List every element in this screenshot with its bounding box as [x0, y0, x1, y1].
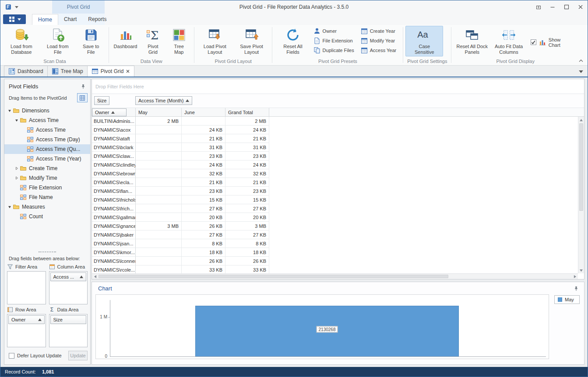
data-field-button[interactable]: Size [94, 96, 109, 105]
table-row[interactable]: DYNAMICS\jbaker27 KB27 KB [92, 230, 584, 239]
legend-item-may[interactable]: May [554, 295, 580, 304]
field-chip-owner[interactable]: Owner [8, 315, 45, 324]
scroll-right-button[interactable] [572, 274, 578, 279]
vertical-scrollbar[interactable] [578, 117, 584, 273]
table-row[interactable]: DYNAMICS\claw...23 KB23 KB [92, 152, 584, 161]
horizontal-scroll-thumb[interactable] [99, 275, 448, 278]
modify-year-button[interactable]: Modify Year [359, 36, 400, 45]
ribbon-group-scan-data: Load from DatabaseLoad from FileSave to … [2, 26, 107, 65]
scroll-down-button[interactable] [578, 267, 584, 273]
tree-item-access-time-year[interactable]: Access Time (Year) [4, 154, 90, 164]
data-area-box[interactable]: Size [49, 314, 88, 347]
collapse-icon[interactable] [6, 205, 13, 209]
table-row[interactable]: DYNAMICS\fnichols15 KB15 KB [92, 195, 584, 204]
load-pivot-layout-button[interactable]: Load Pivot Layout [197, 26, 233, 56]
table-row[interactable]: DYNAMICS\ataft21 KB21 KB [92, 134, 584, 143]
table-row[interactable]: DYNAMICS\kmor...18 KB18 KB [92, 248, 584, 257]
pin-icon[interactable] [81, 84, 86, 89]
tree-map-button[interactable]: Tree Map [166, 26, 192, 56]
access-year-button[interactable]: Access Year [359, 45, 400, 55]
column-area-box[interactable]: Access ... [49, 271, 88, 304]
save-pivot-layout-button[interactable]: Save Pivot Layout [233, 26, 270, 56]
table-row[interactable]: DYNAMICS\bclark31 KB31 KB [92, 143, 584, 152]
file-extension-button[interactable]: File Extension [312, 36, 358, 45]
collapse-icon[interactable] [13, 119, 20, 122]
field-icon [20, 194, 27, 201]
row-area-box[interactable]: Owner [7, 314, 46, 347]
collapse-icon[interactable] [6, 109, 13, 112]
chart-pin-icon[interactable] [574, 286, 579, 291]
filter-drop-area[interactable]: Drop Filter Fields Here [92, 79, 584, 94]
doc-tab-pivot-grid[interactable]: Pivot Grid [87, 66, 135, 77]
reset-all-dock-panels-button[interactable]: Reset All Dock Panels [454, 26, 490, 56]
column-header-june[interactable]: June [182, 108, 225, 116]
table-row[interactable]: DYNAMICS\frich...27 KB27 KB [92, 204, 584, 213]
column-header-may[interactable]: May [136, 108, 182, 116]
tree-item-dimensions[interactable]: Dimensions [4, 106, 90, 115]
close-button[interactable] [574, 0, 588, 14]
maximize-button[interactable] [560, 0, 574, 14]
save-to-file-button[interactable]: Save to File [76, 26, 106, 56]
reset-all-fields-button[interactable]: Reset All Fields [275, 26, 311, 56]
tree-item-access-time-qu[interactable]: Access Time (Qu... [4, 144, 90, 154]
table-row[interactable]: DYNAMICS\gallman20 KB20 KB [92, 213, 584, 222]
tree-item-create-time[interactable]: Create Time [4, 164, 90, 173]
tab-list-dropdown-icon[interactable] [579, 70, 583, 73]
qat-dropdown-icon[interactable] [15, 6, 18, 8]
tree-item-access-time-day[interactable]: Access Time (Day) [4, 135, 90, 144]
vertical-scroll-thumb[interactable] [579, 123, 583, 211]
dashboard-button[interactable]: Dashboard [111, 26, 140, 51]
load-from-database-button[interactable]: Load from Database [3, 26, 40, 56]
row-field-button[interactable]: Owner [92, 108, 127, 116]
scroll-up-button[interactable] [578, 117, 584, 123]
tree-item-file-extension[interactable]: File Extension [4, 183, 90, 192]
tab-chart[interactable]: Chart [58, 14, 82, 25]
pivot-grid-button[interactable]: ΣPivot Grid [140, 26, 166, 56]
table-row[interactable]: DYNAMICS\clindley24 KB24 KB [92, 161, 584, 169]
defer-layout-update-checkbox[interactable]: Defer Layout Update [9, 353, 62, 359]
collapse-ribbon-button[interactable] [579, 59, 583, 62]
column-field-button[interactable]: Access Time (Month) [135, 96, 192, 105]
tab-home[interactable]: Home [32, 14, 58, 25]
duplicate-files-button[interactable]: Duplicate Files [312, 45, 358, 55]
table-row[interactable]: DYNAMICS\gnance3 MB26 KB3 MB [92, 222, 584, 230]
field-chip-access[interactable]: Access ... [50, 272, 87, 281]
tree-item-file-name[interactable]: File Name [4, 192, 90, 202]
doc-tab-dashboard[interactable]: Dashboard [4, 66, 48, 77]
create-year-button[interactable]: Create Year [359, 26, 400, 36]
doc-tab-tree-map[interactable]: Tree Map [47, 66, 88, 77]
expand-icon[interactable] [13, 167, 20, 170]
expand-window-button[interactable] [532, 0, 546, 14]
table-row[interactable]: DYNAMICS\acox24 KB24 KB [92, 126, 584, 134]
show-chart-toggle[interactable]: Show Chart [527, 27, 577, 58]
table-row[interactable]: DYNAMICS\rcole...33 KB33 KB [92, 265, 584, 274]
field-chip-size[interactable]: Size [50, 315, 87, 324]
scroll-left-button[interactable] [92, 274, 98, 279]
bar-may[interactable]: 2130268 [195, 306, 459, 356]
table-row[interactable]: DYNAMICS\flan...23 KB23 KB [92, 187, 584, 195]
filter-area-box[interactable] [7, 271, 46, 304]
tree-item-measures[interactable]: Measures [4, 202, 90, 212]
table-row[interactable]: DYNAMICS\lconner26 KB26 KB [92, 257, 584, 265]
tree-item-count[interactable]: Count [4, 212, 90, 221]
case-sensitive-button[interactable]: AaCase Sensitive [405, 26, 443, 56]
table-row[interactable]: DYNAMICS\ecla...21 KB21 KB [92, 178, 584, 187]
pivotgrid-target-button[interactable] [77, 93, 88, 102]
auto-fit-data-columns-button[interactable]: Auto Fit Data Columns [490, 26, 527, 56]
tree-item-access-time[interactable]: Access Time [4, 115, 90, 125]
load-from-file-button[interactable]: Load from File [40, 26, 76, 56]
owner-button[interactable]: Owner [312, 26, 358, 36]
expand-icon[interactable] [13, 176, 20, 180]
tab-reports[interactable]: Reports [82, 14, 112, 25]
application-menu-button[interactable] [3, 14, 26, 24]
update-button[interactable]: Update [68, 351, 88, 360]
table-row[interactable]: BUILTIN\Adminis...2 MB2 MB [92, 117, 584, 126]
horizontal-scrollbar[interactable] [92, 273, 578, 279]
table-row[interactable]: DYNAMICS\jsan...8 KB8 KB [92, 239, 584, 248]
minimize-button[interactable] [546, 0, 560, 14]
table-row[interactable]: DYNAMICS\ebrown32 KB32 KB [92, 169, 584, 178]
tree-item-modify-time[interactable]: Modify Time [4, 173, 90, 183]
column-header-grand-total[interactable]: Grand Total [225, 108, 269, 116]
panel-splitter-handle[interactable] [39, 251, 56, 252]
tree-item-access-time[interactable]: Access Time [4, 125, 90, 135]
